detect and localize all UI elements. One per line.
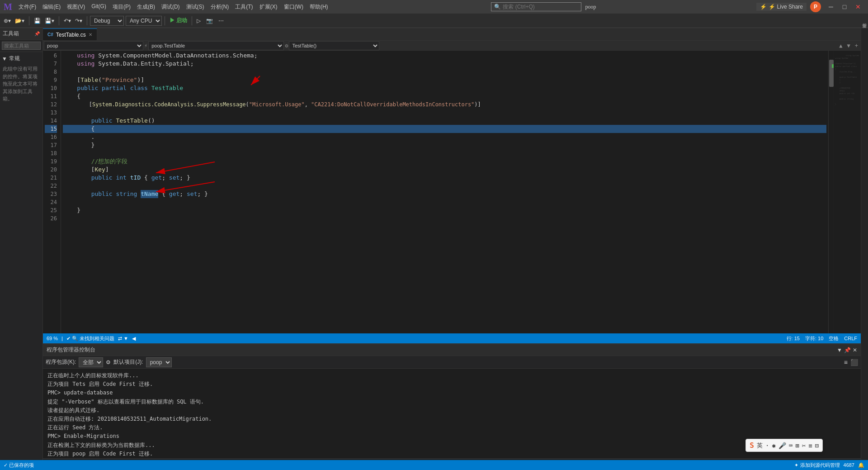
code-editor: 6 7 8 9 10 11 12 13 14 15 16 17 18 19 20… (43, 51, 861, 333)
add-source-control[interactable]: ✦ 添加到源代码管理 (794, 462, 840, 469)
editor-scrollbar[interactable] (828, 51, 834, 333)
pkg-source-select[interactable]: 全部 (79, 357, 103, 367)
user-avatar-area: P (810, 1, 821, 12)
ime-toolbar: S 英 · ✱ 🎤 ⌨ ⊞ ✂ ≡ ⊟ (745, 439, 823, 452)
undo-btn[interactable]: ↶▾ (62, 17, 73, 25)
line-num-7: 7 (45, 60, 57, 68)
menu-analyze[interactable]: 分析(N) (208, 2, 232, 12)
menu-window[interactable]: 窗口(W) (281, 2, 306, 12)
ime-minus[interactable]: ⊟ (815, 442, 819, 449)
platform-select[interactable]: Any CPU x64 (126, 16, 162, 26)
menu-debug[interactable]: 调试(D) (159, 2, 183, 12)
pkg-line-8: 正为项目 poop 启用 Code First 迁移. (47, 450, 856, 458)
camera-btn[interactable]: 📷 (204, 17, 215, 25)
save-btn[interactable]: 💾 (32, 17, 42, 25)
tab-testable-cs[interactable]: C# TestTable.cs ✕ (43, 28, 97, 40)
menu-project[interactable]: 项目(P) (110, 2, 133, 12)
bottom-status-right: ✦ 添加到源代码管理 4687 🔔 (794, 462, 864, 469)
maximize-button[interactable]: □ (838, 2, 851, 11)
ime-grid[interactable]: ⊞ (795, 442, 799, 449)
debug-config-select[interactable]: Debug Release (90, 16, 124, 26)
code-line-12: [System.Diagnostics.CodeAnalysis.Suppres… (63, 100, 826, 109)
notification-icon[interactable]: 🔔 (858, 462, 864, 468)
save-all-btn[interactable]: 💾▾ (43, 17, 56, 25)
line-num-16: 16 (45, 133, 57, 141)
line-num-8: 8 (45, 68, 57, 76)
line-num-15: 15 (45, 125, 57, 133)
user-avatar[interactable]: P (810, 1, 821, 12)
pkg-line-4: 读者提起的具式迁移. (47, 406, 856, 415)
nav-add-icon[interactable]: + (853, 43, 860, 49)
status-spaces: 空格 (829, 335, 839, 342)
menu-build[interactable]: 生成(B) (134, 2, 158, 12)
sidebar-server-icon[interactable]: 服务器 (861, 30, 868, 33)
scroll-thumb[interactable] (829, 60, 834, 87)
menu-test[interactable]: 测试(S) (184, 2, 207, 12)
open-btn[interactable]: 📂▾ (13, 17, 26, 25)
toolbox-section-general[interactable]: ▼ 常规 (2, 54, 41, 63)
menu-help[interactable]: 帮助(H) (307, 2, 331, 12)
ime-keyboard[interactable]: ⌨ (789, 442, 793, 449)
pkg-clear-btn[interactable]: ≡ (844, 359, 848, 366)
zoom-level[interactable]: 69 % (47, 336, 58, 341)
pkg-settings-icon[interactable]: ⚙ (106, 359, 111, 366)
nav-class-select[interactable]: poop.TestTable (148, 41, 284, 50)
code-line-13 (63, 109, 826, 117)
nav-arrow-up[interactable]: ▲ (837, 43, 844, 49)
toolbar-separator-4 (165, 16, 165, 25)
pkg-pin-icon[interactable]: 📌 (844, 347, 851, 353)
redo-btn[interactable]: ↷▾ (73, 17, 84, 25)
new-project-btn[interactable]: ⊕▾ (2, 17, 13, 25)
title-bar-center: 🔍 poop (491, 2, 596, 11)
line-num-10: 10 (45, 84, 57, 92)
tab-close-button[interactable]: ✕ (89, 32, 92, 37)
run-btn[interactable]: ▷ (195, 17, 203, 25)
pkg-close-icon[interactable]: ✕ (853, 347, 857, 353)
menu-git[interactable]: Git(G) (89, 2, 109, 12)
code-line-11: { (63, 92, 826, 100)
minimize-button[interactable]: ─ (825, 2, 837, 11)
pkg-project-select[interactable]: poop (146, 357, 172, 367)
pkg-line-6: 正在运行 Seed 方法. (47, 423, 856, 432)
ime-lang[interactable]: 英 (757, 442, 763, 450)
nav-separator: ⚡ (144, 43, 147, 49)
nav-namespace-select[interactable]: poop (44, 41, 143, 50)
toolbox-search-input[interactable] (2, 42, 41, 50)
toolbox-pin-icon[interactable]: 📌 (34, 31, 40, 36)
status-arrow[interactable]: ⇄ ▼ (118, 336, 128, 342)
notification-count: 4687 (844, 462, 854, 468)
pkg-line-1: 正在临时上个人的目标发现软件库... (47, 371, 856, 380)
live-share-button[interactable]: ⚡ ⚡ Live Share (756, 3, 807, 11)
global-search-input[interactable] (503, 4, 571, 10)
menu-view[interactable]: 视图(V) (64, 2, 88, 12)
status-separator: | (61, 336, 63, 341)
more-btn[interactable]: ⋯ (217, 17, 226, 25)
code-line-25: } (63, 206, 826, 214)
code-line-23: public string tName { get; set; } (63, 190, 826, 198)
code-line-16: . (63, 133, 826, 141)
menu-extensions[interactable]: 扩展(X) (257, 2, 280, 12)
nav-method-select[interactable]: TestTable() (289, 41, 379, 50)
live-share-icon: ⚡ (760, 4, 767, 10)
global-search-box[interactable]: 🔍 (491, 2, 581, 11)
pkg-collapse-icon[interactable]: ▼ (837, 347, 842, 353)
toolbox-panel: 工具箱 📌 ▼ 常规 此组中没有可用的控件。将某项拖至此文本可将其添加到工具箱。 (0, 28, 43, 470)
menu-edit[interactable]: 编辑(E) (40, 2, 63, 12)
toolbox-search[interactable] (0, 40, 42, 52)
pkg-stop-btn[interactable]: ⬛ (850, 359, 858, 366)
menu-tools[interactable]: 工具(T) (232, 2, 255, 12)
ime-menu[interactable]: ≡ (808, 442, 812, 449)
ime-star[interactable]: ✱ (772, 442, 775, 449)
title-bar: M 文件(F) 编辑(E) 视图(V) Git(G) 项目(P) 生成(B) 调… (0, 0, 868, 14)
close-button[interactable]: ✕ (852, 2, 864, 11)
nav-arrow-down[interactable]: ▼ (845, 43, 852, 49)
ime-dot[interactable]: · (765, 442, 769, 449)
title-bar-left: M 文件(F) 编辑(E) 视图(V) Git(G) 项目(P) 生成(B) 调… (4, 2, 331, 12)
ime-mic[interactable]: 🎤 (778, 442, 786, 449)
toolbar-separator-2 (59, 16, 59, 25)
menu-file[interactable]: 文件(F) (16, 2, 39, 12)
ime-clip[interactable]: ✂ (802, 442, 806, 449)
start-button[interactable]: ▶ 启动 (168, 16, 189, 25)
code-content[interactable]: using System.ComponentModel.DataAnnotati… (61, 51, 828, 333)
status-nav-left[interactable]: ◀ (132, 336, 136, 342)
